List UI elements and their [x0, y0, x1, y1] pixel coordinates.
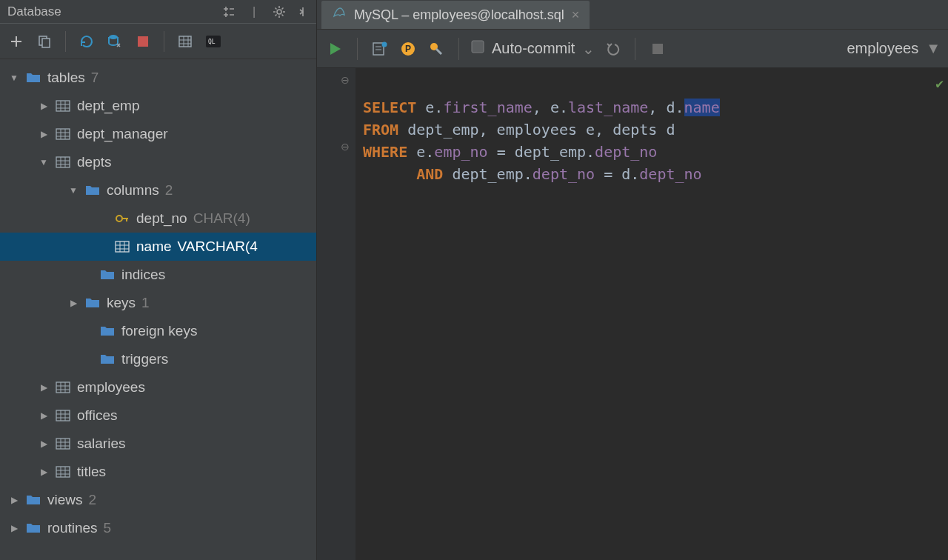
tree-node-dept-emp[interactable]: ▶ dept_emp [0, 92, 316, 120]
tree-node-col-name[interactable]: ▶ nameVARCHAR(4 [0, 233, 316, 261]
chevron-down-icon[interactable]: ▼ [9, 73, 19, 83]
gutter[interactable]: ⊖ ⊖ [317, 68, 356, 560]
node-count: 7 [91, 70, 99, 85]
chevron-right-icon[interactable]: ▶ [9, 495, 19, 505]
chevron-right-icon[interactable]: ▶ [39, 410, 49, 421]
tree-node-dept-manager[interactable]: ▶ dept_manager [0, 120, 316, 148]
chevron-right-icon[interactable]: ▶ [39, 101, 49, 111]
fold-icon[interactable]: ⊖ [341, 141, 350, 153]
svg-rect-8 [56, 101, 70, 111]
node-label: salaries [77, 436, 125, 452]
tree-node-titles[interactable]: ▶ titles [0, 458, 316, 486]
table-view-icon[interactable] [175, 31, 196, 52]
chevron-down-icon[interactable]: ⌄ [582, 40, 595, 58]
gear-icon[interactable] [272, 4, 287, 19]
folder-icon [25, 520, 41, 536]
folder-icon [25, 492, 41, 508]
folder-icon [25, 70, 41, 86]
chevron-right-icon[interactable]: ▶ [39, 129, 49, 139]
folder-icon [99, 351, 116, 367]
kw-where: WHERE [363, 143, 407, 161]
svg-point-18 [382, 41, 387, 47]
tree-node-offices[interactable]: ▶ offices [0, 401, 316, 430]
refresh-icon[interactable] [76, 31, 97, 52]
node-label: dept_no [136, 210, 187, 226]
rollback-icon[interactable] [602, 39, 623, 59]
svg-rect-16 [56, 467, 70, 477]
chevron-down-icon[interactable]: ▼ [68, 185, 79, 196]
tree-node-routines[interactable]: ▶ routines5 [0, 514, 316, 542]
chevron-right-icon[interactable]: ▶ [68, 298, 79, 308]
tree-node-keys[interactable]: ▶ keys1 [0, 289, 316, 317]
table-icon [55, 126, 71, 142]
svg-point-0 [277, 10, 281, 14]
editor-tabbar: MySQL – employees@localhost.sql × [317, 0, 948, 30]
node-count: 2 [89, 492, 97, 507]
tree-node-columns[interactable]: ▼ columns2 [0, 176, 316, 204]
chevron-right-icon[interactable]: ▶ [39, 467, 49, 477]
fold-icon[interactable]: ⊖ [341, 74, 350, 86]
database-panel: Database | QL ▼ tables7 [0, 0, 317, 560]
tree-node-views[interactable]: ▶ views2 [0, 486, 316, 514]
chevron-right-icon[interactable]: ▶ [39, 439, 49, 449]
hide-icon[interactable] [297, 4, 312, 19]
tree-node-col-dept-no[interactable]: ▶ dept_noCHAR(4) [0, 204, 316, 233]
node-label: name [136, 239, 172, 254]
chevron-down-icon: ▼ [926, 40, 941, 57]
parameters-icon[interactable]: P [398, 39, 418, 59]
folder-icon [84, 295, 101, 311]
tree-node-depts[interactable]: ▼ depts [0, 148, 316, 176]
run-icon[interactable] [324, 39, 345, 59]
chevron-right-icon[interactable]: ▶ [9, 523, 19, 533]
tree-node-employees[interactable]: ▶ employees [0, 373, 316, 401]
svg-rect-14 [56, 410, 70, 421]
svg-text:QL: QL [208, 39, 216, 45]
svg-rect-15 [56, 439, 70, 449]
chevron-down-icon[interactable]: ▼ [39, 157, 49, 167]
database-tree[interactable]: ▼ tables7 ▶ dept_emp ▶ dept_manager ▼ de… [0, 59, 316, 560]
app-root: Database | QL ▼ tables7 [0, 0, 948, 560]
tree-node-indices[interactable]: ▶ indices [0, 261, 316, 289]
tree-node-tables[interactable]: ▼ tables7 [0, 64, 316, 92]
stop-square-icon[interactable] [647, 39, 668, 59]
node-count: 2 [165, 182, 173, 198]
sidebar-toolbar: QL [0, 24, 316, 59]
inspection-ok-icon: ✔ [935, 73, 944, 95]
kw-from: FROM [363, 121, 398, 139]
svg-rect-5 [179, 36, 191, 47]
table-icon [55, 98, 71, 114]
svg-rect-12 [116, 241, 129, 252]
collapse-all-icon[interactable] [221, 4, 236, 19]
node-label: indices [121, 267, 165, 283]
node-label: routines [47, 520, 98, 536]
console-icon[interactable]: QL [203, 31, 224, 52]
autocommit-toggle[interactable]: Auto-commit ⌄ [471, 40, 595, 58]
autocommit-label: Auto-commit [492, 40, 575, 57]
node-label: columns [107, 182, 159, 198]
tree-node-triggers[interactable]: ▶ triggers [0, 345, 316, 373]
chevron-right-icon[interactable]: ▶ [39, 382, 49, 393]
sql-editor[interactable]: ✔SELECT e.first_name, e.last_name, d.nam… [356, 68, 948, 560]
close-icon[interactable]: × [572, 7, 580, 23]
schema-picker[interactable]: employees ▼ [847, 40, 941, 57]
copy-icon[interactable] [34, 31, 55, 52]
datasource-icon[interactable] [104, 31, 125, 52]
svg-rect-2 [42, 39, 50, 47]
highlighted-identifier: name [684, 99, 720, 116]
explain-plan-icon[interactable] [370, 39, 390, 59]
settings-wrench-icon[interactable] [426, 39, 447, 59]
tree-node-foreign-keys[interactable]: ▶ foreign keys [0, 317, 316, 345]
add-icon[interactable] [6, 31, 27, 52]
editor-tab[interactable]: MySQL – employees@localhost.sql × [321, 1, 590, 29]
node-label: tables [47, 70, 85, 85]
node-count: 1 [141, 295, 150, 310]
svg-rect-22 [472, 41, 484, 53]
stop-icon[interactable] [133, 31, 153, 52]
node-label: triggers [121, 351, 168, 367]
code-area: ⊖ ⊖ ✔SELECT e.first_name, e.last_name, d… [317, 68, 948, 560]
tree-node-salaries[interactable]: ▶ salaries [0, 430, 316, 458]
node-type: VARCHAR(4 [178, 239, 258, 254]
mysql-icon [332, 6, 347, 24]
node-label: depts [77, 154, 111, 170]
svg-rect-9 [56, 129, 70, 139]
